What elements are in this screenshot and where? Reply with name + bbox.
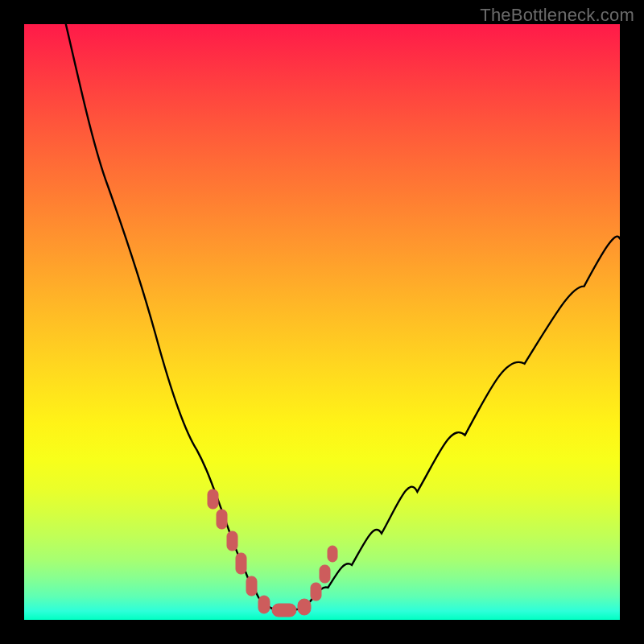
bottleneck-curve [66,24,620,612]
chart-overlay [24,24,620,620]
marker-cluster [208,489,337,617]
marker-dot [236,553,246,574]
marker-dot [320,565,330,583]
marker-dot [246,576,257,596]
plot-area [24,24,620,620]
chart-stage: TheBottleneck.com [0,0,644,644]
marker-dot [298,599,311,615]
marker-dot [311,583,321,601]
marker-dot [208,489,218,509]
marker-dot [258,596,270,613]
marker-dot [227,531,237,551]
watermark-text: TheBottleneck.com [480,5,634,26]
marker-dot [272,604,296,617]
marker-dot [328,546,337,562]
marker-dot [217,510,227,529]
